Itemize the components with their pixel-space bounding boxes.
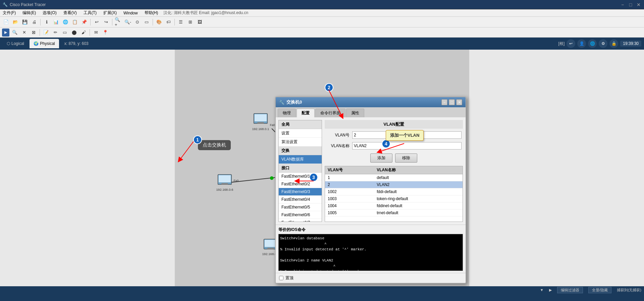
- vlan-id-1002: 1002: [325, 188, 374, 195]
- menu-tools[interactable]: 工具(T): [82, 10, 98, 16]
- app-title: Cisco Packet Tracer: [10, 2, 46, 7]
- vlan-name-1005: trnet-default: [374, 209, 463, 217]
- svg-line-53: [329, 90, 342, 117]
- sidebar-item-vlan-db[interactable]: VLAN数据库: [279, 155, 322, 164]
- sidebar-item-fe07[interactable]: FastEthernet0/7: [279, 219, 322, 222]
- vlan-row-1004[interactable]: 1004 fddinet-default: [325, 202, 463, 209]
- sidebar-item-fe04[interactable]: FastEthernet0/4: [279, 196, 322, 203]
- vlan-row-1[interactable]: 1 default: [325, 174, 463, 181]
- tb-zoom-out[interactable]: 🔍-: [124, 18, 132, 26]
- nav-back-btn[interactable]: ↩: [567, 39, 575, 48]
- sidebar-section-interface: 接口: [279, 164, 322, 173]
- sep1: [40, 19, 41, 25]
- menu-file[interactable]: 文件(F): [1, 10, 17, 16]
- menu-window[interactable]: Window: [122, 11, 139, 15]
- vlan-id-1003: 1003: [325, 195, 374, 202]
- vlan-row-1002[interactable]: 1002 fddi-default: [325, 188, 463, 195]
- tb-print[interactable]: 🖨: [30, 18, 38, 26]
- vlan-name-2: VLAN2: [374, 181, 463, 188]
- tb-zoom-reset[interactable]: ⊙: [133, 18, 141, 26]
- main-content: Sw 192.168.0.1 Fa0 192.168.0.2 Fa0 192.1…: [0, 50, 644, 294]
- tb-paste[interactable]: 📌: [80, 18, 88, 26]
- tb-grid[interactable]: ⊞: [186, 18, 194, 26]
- vlan-row-1005[interactable]: 1005 trnet-default: [325, 209, 463, 217]
- tb-save[interactable]: 💾: [21, 18, 29, 26]
- menu-view[interactable]: 查看(V): [62, 10, 78, 16]
- right-arrow-btn[interactable]: ▶: [549, 288, 552, 292]
- scroll-down-btn[interactable]: ▼: [540, 288, 544, 292]
- tab-physical[interactable]: 物理: [278, 109, 296, 117]
- svg-text:192.168.0.6: 192.168.0.6: [216, 188, 233, 191]
- menu-extend[interactable]: 扩展(X): [102, 10, 118, 16]
- tb-rect[interactable]: ▭: [143, 18, 151, 26]
- svg-line-52: [179, 140, 195, 160]
- maximize-btn[interactable]: □: [628, 2, 633, 7]
- nav-net-btn[interactable]: 🌐: [588, 39, 597, 48]
- edit-filter-btn[interactable]: 编辑过滤器: [557, 287, 583, 293]
- dialog-minimize-btn[interactable]: −: [441, 99, 447, 105]
- svg-point-12: [270, 176, 274, 180]
- sep7: [90, 29, 90, 36]
- tb2-pen[interactable]: ✏: [51, 28, 59, 37]
- nav-user-btn[interactable]: 👤: [577, 39, 586, 48]
- dialog-sidebar: 全局 设置 算法设置 交换 VLAN数据库 接口 FastEthernet0/1…: [278, 120, 322, 222]
- tb-network[interactable]: 🌐: [61, 18, 69, 26]
- tb2-mode[interactable]: ▶: [2, 28, 9, 37]
- tb-palette[interactable]: 🎨: [155, 18, 163, 26]
- tb-open[interactable]: 📂: [11, 18, 19, 26]
- svg-rect-38: [267, 248, 274, 249]
- tb-redo[interactable]: ↪: [102, 18, 110, 26]
- tb2-envelope[interactable]: ✉: [92, 28, 100, 37]
- tb2-x2[interactable]: ⊠: [30, 28, 38, 37]
- tb2-shape1[interactable]: ▭: [61, 28, 69, 37]
- sidebar-item-fe06[interactable]: FastEthernet0/6: [279, 211, 322, 219]
- tooltip-text: 添加一个VLAN: [390, 133, 419, 138]
- nav-settings-btn[interactable]: ⚙: [599, 39, 607, 48]
- title-bar-left: 🔧 Cisco Packet Tracer: [3, 2, 46, 7]
- tb-activity[interactable]: 📊: [52, 18, 60, 26]
- arrow4-svg: [372, 142, 406, 159]
- svg-rect-42: [219, 175, 231, 182]
- sidebar-item-fe03[interactable]: FastEthernet0/3: [279, 188, 322, 196]
- tb-zoom-in[interactable]: 🔍+: [114, 18, 122, 26]
- sidebar-item-algorithm[interactable]: 算法设置: [279, 138, 322, 146]
- vlan-row-1003[interactable]: 1003 token-ring-default: [325, 195, 463, 202]
- sidebar-item-settings[interactable]: 设置: [279, 129, 322, 138]
- tb-list[interactable]: ☰: [177, 18, 185, 26]
- tab-config[interactable]: 配置: [297, 109, 315, 117]
- nav-lock-btn[interactable]: 🔒: [609, 39, 618, 48]
- menu-help[interactable]: 帮助(H): [143, 10, 160, 16]
- tb2-pin[interactable]: 📍: [101, 28, 109, 37]
- tb2-note[interactable]: 📝: [42, 28, 50, 37]
- tb-copy[interactable]: 📋: [71, 18, 79, 26]
- tb-info[interactable]: ℹ: [43, 18, 51, 26]
- svg-line-55: [379, 143, 404, 152]
- menu-options[interactable]: 选项(O): [41, 10, 58, 16]
- tb2-x1[interactable]: ✕: [20, 28, 28, 37]
- sidebar-item-fe05[interactable]: FastEthernet0/5: [279, 203, 322, 211]
- tab-physical[interactable]: 🌍 Physical: [30, 39, 59, 48]
- tb2-search[interactable]: 🔍: [11, 28, 19, 37]
- nav-bar: ⬡ Logical 🌍 Physical x: 879, y: 603 [根] …: [0, 38, 644, 50]
- vlan-row-2[interactable]: 2 VLAN2: [325, 181, 463, 188]
- dialog-close-btn[interactable]: ✕: [456, 99, 462, 105]
- sidebar-section-global: 全局: [279, 120, 322, 129]
- show-hide-btn[interactable]: 全显/隐藏: [588, 287, 611, 293]
- dialog-title-text: 交换机0: [286, 99, 302, 105]
- menu-edit[interactable]: 编辑(E): [21, 10, 37, 16]
- tab-logical[interactable]: ⬡ Logical: [3, 39, 28, 48]
- close-btn[interactable]: ✕: [636, 2, 641, 7]
- vlan-name-input[interactable]: [352, 142, 462, 149]
- tb-undo[interactable]: ↩: [93, 18, 101, 26]
- top-checkbox[interactable]: [279, 276, 283, 280]
- minimize-btn[interactable]: −: [620, 2, 625, 7]
- tb2-shape2[interactable]: ⬤: [70, 28, 78, 37]
- tb-new[interactable]: 📄: [2, 18, 10, 26]
- tb-image[interactable]: 🖼: [196, 18, 204, 26]
- ios-console[interactable]: Switch#vlan database ^ % Invalid input d…: [278, 234, 463, 271]
- vlan-table: VLAN号 VLAN名称 1 default 2 VLAN2: [325, 166, 463, 217]
- tb-tag[interactable]: 🏷: [164, 18, 172, 26]
- dialog-tabs: 物理 配置 命令行界面 属性: [276, 107, 466, 117]
- tb2-brush[interactable]: 🖌: [79, 28, 88, 37]
- dialog-maximize-btn[interactable]: □: [449, 99, 455, 105]
